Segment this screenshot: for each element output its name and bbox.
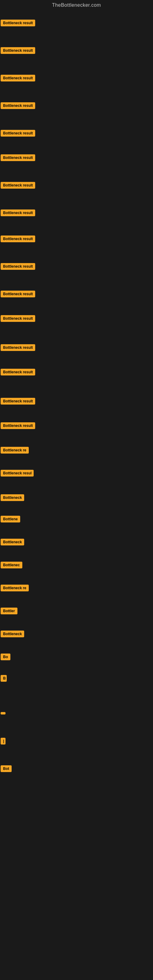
bottleneck-badge-20: Bottlene <box>1 516 20 522</box>
bottleneck-item-28 <box>1 710 5 716</box>
bottleneck-badge-19: Bottleneck <box>1 494 24 501</box>
site-title: TheBottlenecker.com <box>0 0 153 10</box>
bottleneck-badge-15: Bottleneck result <box>1 398 35 404</box>
bottleneck-item-9: Bottleneck result <box>1 235 35 243</box>
bottleneck-badge-30: Bot <box>1 765 12 772</box>
bottleneck-badge-26: Bo <box>1 654 10 660</box>
bottleneck-badge-27: B <box>1 675 7 682</box>
bottleneck-badge-17: Bottleneck re <box>1 447 29 453</box>
bottleneck-badge-1: Bottleneck result <box>1 20 35 26</box>
bottleneck-badge-13: Bottleneck result <box>1 344 35 351</box>
bottleneck-badge-9: Bottleneck result <box>1 235 35 242</box>
bottleneck-badge-11: Bottleneck result <box>1 291 35 298</box>
bottleneck-item-8: Bottleneck result <box>1 210 35 218</box>
bottleneck-badge-29: | <box>1 738 5 745</box>
bottleneck-item-15: Bottleneck result <box>1 398 35 406</box>
bottleneck-badge-5: Bottleneck result <box>1 130 35 137</box>
bottleneck-item-10: Bottleneck result <box>1 263 35 271</box>
bottleneck-badge-14: Bottleneck result <box>1 369 35 375</box>
bottleneck-badge-2: Bottleneck result <box>1 47 35 54</box>
bottleneck-badge-25: Bottleneck <box>1 630 24 637</box>
bottleneck-item-6: Bottleneck result <box>1 154 35 162</box>
bottleneck-item-3: Bottleneck result <box>1 75 35 83</box>
bottleneck-badge-3: Bottleneck result <box>1 75 35 81</box>
bottleneck-item-2: Bottleneck result <box>1 47 35 55</box>
bottleneck-item-20: Bottlene <box>1 516 20 524</box>
bottleneck-item-23: Bottleneck re <box>1 585 29 593</box>
bottleneck-item-12: Bottleneck result <box>1 315 35 323</box>
bottleneck-item-11: Bottleneck result <box>1 291 35 299</box>
bottleneck-item-4: Bottleneck result <box>1 102 35 110</box>
bottleneck-item-17: Bottleneck re <box>1 447 29 455</box>
bottleneck-item-21: Bottleneck <box>1 539 24 547</box>
bottleneck-badge-4: Bottleneck result <box>1 102 35 109</box>
bottleneck-item-22: Bottlenec <box>1 562 22 570</box>
bottleneck-item-1: Bottleneck result <box>1 20 35 27</box>
bottleneck-badge-22: Bottlenec <box>1 562 22 568</box>
bottleneck-badge-23: Bottleneck re <box>1 585 29 591</box>
bottleneck-badge-28 <box>1 712 5 714</box>
bottleneck-item-16: Bottleneck result <box>1 422 35 430</box>
bottleneck-item-19: Bottleneck <box>1 494 24 502</box>
bottleneck-badge-7: Bottleneck result <box>1 182 35 189</box>
bottleneck-item-13: Bottleneck result <box>1 344 35 352</box>
bottleneck-badge-8: Bottleneck result <box>1 210 35 216</box>
bottleneck-badge-6: Bottleneck result <box>1 154 35 161</box>
bottleneck-badge-12: Bottleneck result <box>1 315 35 322</box>
bottleneck-item-26: Bo <box>1 654 10 662</box>
bottleneck-badge-10: Bottleneck result <box>1 263 35 270</box>
bottleneck-item-5: Bottleneck result <box>1 130 35 138</box>
bottleneck-badge-18: Bottleneck resul <box>1 470 33 477</box>
bottleneck-item-7: Bottleneck result <box>1 182 35 190</box>
bottleneck-item-29: | <box>1 738 5 746</box>
bottleneck-badge-16: Bottleneck result <box>1 422 35 429</box>
bottleneck-item-14: Bottleneck result <box>1 369 35 377</box>
bottleneck-item-18: Bottleneck resul <box>1 470 33 478</box>
bottleneck-item-27: B <box>1 675 7 683</box>
bottleneck-item-30: Bot <box>1 765 12 773</box>
bottleneck-item-25: Bottleneck <box>1 630 24 638</box>
bottleneck-badge-21: Bottleneck <box>1 539 24 546</box>
bottleneck-item-24: Bottler <box>1 608 18 616</box>
bottleneck-badge-24: Bottler <box>1 608 18 614</box>
